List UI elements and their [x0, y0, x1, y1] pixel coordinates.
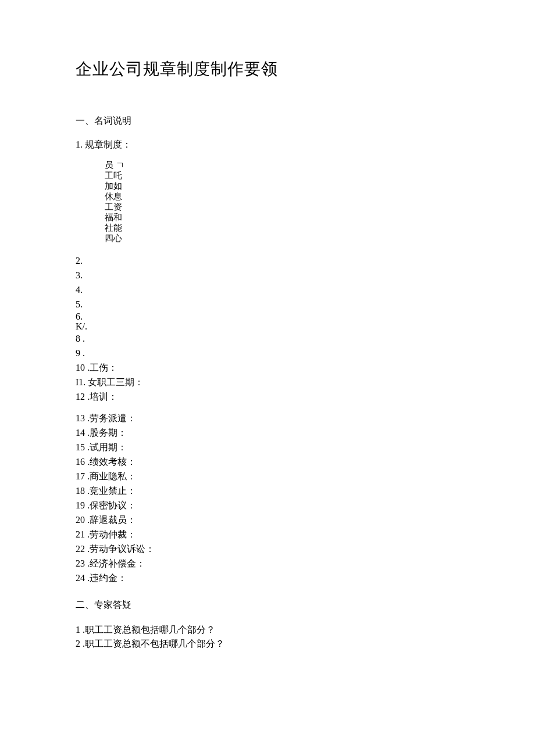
numbered-list-a: 2. 3. 4. 5. 6. K/. 8 . 9 . 10 .工伤： I1. 女… — [76, 254, 459, 404]
list-item: 9 . — [76, 346, 459, 360]
vrow: 加如 — [105, 181, 459, 191]
vrow: 员 ㄱ — [105, 160, 459, 170]
vrow: 社能 — [105, 223, 459, 233]
item-label: .商业隐私： — [87, 471, 136, 481]
vrow: 四心 — [105, 233, 459, 243]
item-label: .工伤： — [87, 363, 117, 372]
item-num: 3. — [76, 270, 83, 280]
list-item: 8 . — [76, 332, 459, 346]
list-item: 18 .竞业禁止： — [76, 484, 459, 498]
list-item: 14 .股务期： — [76, 426, 459, 440]
item-1: 1. 规章制度： — [76, 139, 459, 151]
item-num: 14 — [76, 428, 85, 438]
item-num: 12 — [76, 392, 85, 402]
item-1-num: 1. — [76, 139, 83, 149]
list-item-overlap: 6. K/. — [76, 312, 459, 331]
item-label: .绩效考核： — [87, 457, 136, 467]
item-num: 16 — [76, 457, 85, 467]
vrow: 工吒 — [105, 170, 459, 181]
list-item: 10 .工伤： — [76, 361, 459, 375]
item-num: 15 — [76, 442, 85, 452]
vrow: 福和 — [105, 212, 459, 223]
vertical-text-block: 员 ㄱ 工吒 加如 休息 工资 福和 社能 四心 — [105, 160, 459, 243]
item-label: .试用期： — [87, 442, 127, 452]
item-num: 17 — [76, 471, 85, 481]
item-label: .竞业禁止： — [87, 486, 136, 496]
item-label: . — [83, 348, 85, 358]
item-label: .股务期： — [87, 428, 127, 438]
section-2-header: 二、专家答疑 — [76, 599, 459, 611]
item-label: .辞退裁员： — [87, 515, 136, 525]
list-item: 2. — [76, 254, 459, 268]
item-num: K/. — [76, 321, 87, 331]
item-label: .培训： — [87, 392, 117, 402]
item-num: 23 — [76, 558, 85, 568]
item-num: 22 — [76, 544, 85, 554]
vrow: 休息 — [105, 191, 459, 202]
list-item: 1 .职工工资总额包括哪几个部分？ — [76, 623, 459, 637]
list-item: 22 .劳动争议诉讼： — [76, 542, 459, 556]
item-num: 6. — [76, 311, 83, 321]
item-num: 2 — [76, 639, 80, 648]
item-num: 5. — [76, 299, 83, 309]
item-num: 18 — [76, 486, 85, 496]
item-label: .保密协议： — [87, 500, 136, 510]
item-num: 2. — [76, 256, 83, 266]
list-item: 24 .违约金： — [76, 571, 459, 585]
item-label: .劳动争议诉讼： — [87, 544, 155, 554]
item-label: .劳务派遣： — [87, 413, 136, 423]
question-list: 1 .职工工资总额包括哪几个部分？ 2 .职工工资总额不包括哪几个部分？ — [76, 623, 459, 651]
list-item: 5. — [76, 298, 459, 311]
item-label: . — [83, 334, 85, 343]
item-num: 1 — [76, 625, 80, 635]
item-num: 13 — [76, 413, 85, 423]
vrow: 工资 — [105, 202, 459, 212]
list-item: 21 .劳动仲裁： — [76, 528, 459, 542]
list-item: 13 .劳务派遣： — [76, 411, 459, 425]
item-num: 24 — [76, 573, 85, 583]
item-label: .劳动仲裁： — [87, 529, 136, 539]
document-title: 企业公司规章制度制作要领 — [76, 58, 459, 80]
list-item: 23 .经济补偿金： — [76, 557, 459, 571]
item-num: 10 — [76, 363, 85, 372]
item-num: 4. — [76, 285, 83, 295]
section-1-header: 一、名词说明 — [76, 115, 459, 127]
list-item: 4. — [76, 283, 459, 297]
numbered-list-c: 13 .劳务派遣： 14 .股务期： 15 .试用期： 16 .绩效考核： 17… — [76, 411, 459, 585]
list-item: 15 .试用期： — [76, 440, 459, 454]
item-num: I1. — [76, 377, 85, 387]
list-item: I1. 女职工三期： — [76, 375, 459, 389]
item-label: .职工工资总额包括哪几个部分？ — [83, 625, 215, 635]
list-item: 3. — [76, 268, 459, 282]
list-item: 20 .辞退裁员： — [76, 513, 459, 527]
item-num: 21 — [76, 529, 85, 539]
item-1-label: 规章制度： — [85, 139, 131, 149]
list-item: 2 .职工工资总额不包括哪几个部分？ — [76, 637, 459, 651]
item-label: .经济补偿金： — [87, 558, 145, 568]
item-label: .职工工资总额不包括哪几个部分？ — [83, 639, 224, 648]
item-num: 9 — [76, 348, 80, 358]
item-label: 女职工三期： — [88, 377, 144, 387]
item-num: 8 — [76, 334, 80, 343]
item-num: 19 — [76, 500, 85, 510]
list-item: 12 .培训： — [76, 390, 459, 404]
list-item: 19 .保密协议： — [76, 499, 459, 513]
item-num: 20 — [76, 515, 85, 525]
item-label: .违约金： — [87, 573, 127, 583]
list-item: 17 .商业隐私： — [76, 470, 459, 483]
list-item: 16 .绩效考核： — [76, 455, 459, 469]
